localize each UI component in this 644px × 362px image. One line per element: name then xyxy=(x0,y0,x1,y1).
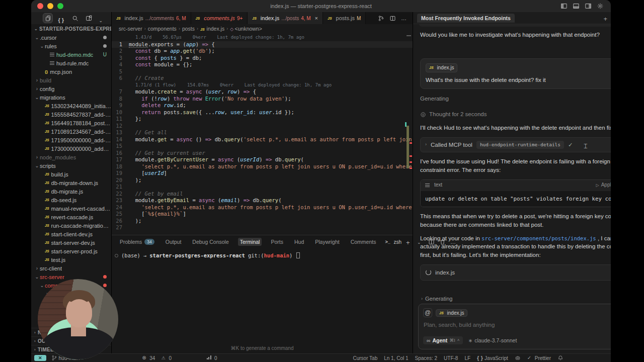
braces-icon[interactable]: { } xyxy=(57,14,66,23)
code-line-23[interactable]: 23 module.getByEmail = async (email) => … xyxy=(112,197,413,204)
status-spaces-2[interactable]: Spaces: 2 xyxy=(415,355,437,361)
status-prettier[interactable]: ✓Prettier xyxy=(527,355,551,361)
tree-item-1555584527837-add-us-[interactable]: JS1555584527837_add-us... xyxy=(31,110,111,119)
tree-item-migrations[interactable]: ⌄migrations xyxy=(31,93,111,102)
code-line-8[interactable]: 8 if (!row) throw new Error('No row data… xyxy=(112,96,413,103)
code-line-15[interactable]: 15 xyxy=(112,143,413,150)
breadcrumb-item[interactable]: posts xyxy=(182,26,195,32)
editor-tab-index-js[interactable]: JSindex.js.../comments6, M xyxy=(112,12,191,24)
panel-tab-hud[interactable]: Hud xyxy=(292,238,306,246)
scrollbar-thumb[interactable] xyxy=(407,126,409,168)
explorer-root[interactable]: ⌄ STARTER-POSTGRES-EXPRES... xyxy=(31,24,111,33)
context-file-chip[interactable]: JSindex.js xyxy=(436,309,467,317)
tree-item-config[interactable]: ›config xyxy=(31,84,111,93)
context-file-chip[interactable]: JSindex.js xyxy=(426,63,457,73)
status-lf[interactable]: LF xyxy=(464,355,470,361)
code-line-18[interactable]: 18 'select p.*, u.email as author from p… xyxy=(112,163,413,170)
tree-item-src-client[interactable]: ›src-client xyxy=(31,264,111,273)
code-line-4[interactable]: 4 const module = {}; xyxy=(112,61,413,68)
more-icon[interactable]: … xyxy=(401,15,408,22)
status-antenna-icon[interactable]: 0 xyxy=(207,355,217,361)
breadcrumb-item[interactable]: src-server xyxy=(119,26,142,32)
panel-tab-ports[interactable]: Ports xyxy=(269,238,285,246)
panel-tab-playwright[interactable]: Playwright xyxy=(313,238,341,246)
code-line-11[interactable]: 11 }; xyxy=(112,116,413,123)
breadcrumb-item[interactable]: ◇ <unknown> xyxy=(230,26,262,32)
code-line-21[interactable]: 21 xyxy=(112,184,413,191)
code-line-26[interactable]: 26 ); xyxy=(112,218,413,225)
code-line-3[interactable]: 3 const { posts } = db; xyxy=(112,55,413,62)
remote-indicator[interactable]: ✕ xyxy=(34,355,46,361)
code-line-17[interactable]: 17 module.getByCurrentUser = async (user… xyxy=(112,156,413,163)
overview-ruler[interactable] xyxy=(406,33,413,235)
status-error-icon[interactable]: ⊗34 xyxy=(142,355,155,361)
status-cursor-tab[interactable]: Cursor Tab xyxy=(353,355,377,361)
tree-item-manual-revert-cascade-js[interactable]: JSmanual-revert-cascade.js xyxy=(31,204,111,213)
hud-codelens[interactable]: 1.43/d 56.67μs 0%err Last deployed chang… xyxy=(112,34,413,41)
tree-item-1730000000000-add-p-[interactable]: JS1730000000000_add_p... xyxy=(31,144,111,153)
chevron-down-icon[interactable]: ⌄ xyxy=(417,239,424,245)
code-line-27[interactable]: 27 xyxy=(112,224,413,231)
code-line-12[interactable]: 12 xyxy=(112,123,413,130)
tree-item-run-cascade-migration-js[interactable]: JSrun-cascade-migration.js xyxy=(31,221,111,230)
status-utf-8[interactable]: UTF-8 xyxy=(444,355,458,361)
code-line-6[interactable]: 6 // Create xyxy=(112,75,413,82)
generating-bar[interactable]: › Generating Stop ⌘⌫ xyxy=(418,294,611,304)
chat-input-placeholder[interactable]: Plan, search, build anything xyxy=(424,322,611,328)
minimize-window-button[interactable] xyxy=(47,3,53,9)
layout-icon[interactable] xyxy=(84,14,93,23)
code-line-25[interactable]: 25 [`%${email}%`] xyxy=(112,211,413,218)
tree-item-db-migrate-js[interactable]: JSdb-migrate.js xyxy=(31,187,111,196)
code-line-10[interactable]: 10 return posts.save({ ...row, user_id: … xyxy=(112,109,413,116)
editor-tab-posts-js[interactable]: JSposts.jsM xyxy=(323,12,366,24)
chevron-down-icon[interactable]: ⌄ xyxy=(98,14,107,23)
tree-item-node-modules[interactable]: ›node_modules xyxy=(31,153,111,161)
code-line-14[interactable]: 14 module.get = async () => db.query('se… xyxy=(112,136,413,143)
file-path-link[interactable]: src-server/components/posts/index.js xyxy=(481,235,596,241)
status-ln-1-col-1[interactable]: Ln 1, Col 1 xyxy=(384,355,408,361)
traffic-lights[interactable] xyxy=(37,3,63,9)
split-icon[interactable] xyxy=(428,239,435,245)
tree-item-mcp-json[interactable]: {}mcp.json xyxy=(31,67,111,76)
tree-item-build[interactable]: ›build xyxy=(31,76,111,84)
status-robot-icon[interactable] xyxy=(515,355,521,361)
split-icon[interactable] xyxy=(389,15,396,22)
more-icon[interactable]: … xyxy=(450,239,457,245)
code-line-1[interactable]: 1module.exports = (app) => { xyxy=(112,41,413,48)
tree-item-start-server-prod-js[interactable]: JSstart-server-prod.js xyxy=(31,247,111,255)
zoom-window-button[interactable] xyxy=(57,3,63,9)
code-line-5[interactable]: 5 xyxy=(112,68,413,75)
panel-tab-terminal[interactable]: Terminal xyxy=(238,238,262,246)
code-line-9[interactable]: 9 delete row.id; xyxy=(112,102,413,109)
hud-codelens[interactable]: 1.71/d (1 flow) 154.07ms 0%err Last depl… xyxy=(112,82,413,89)
breadcrumb-item[interactable]: JSindex.js xyxy=(200,26,224,32)
tree-item-test-js[interactable]: JStest.js xyxy=(31,255,111,264)
breadcrumb[interactable]: src-server›components›posts›JSindex.js›◇… xyxy=(112,24,413,33)
editor-tab-index-js[interactable]: JSindex.js.../posts4, M× xyxy=(248,12,323,24)
search-icon[interactable] xyxy=(70,14,79,23)
tree-item-db-seed-js[interactable]: JSdb-seed.js xyxy=(31,196,111,204)
tree-item-scripts[interactable]: ⌄scripts xyxy=(31,161,111,170)
tree-item-hud-rule-mdc[interactable]: hud-rule.mdc xyxy=(31,59,111,67)
editor-tab-comments-js[interactable]: JScomments.js9+ xyxy=(191,12,248,24)
thought-summary[interactable]: Thought for 2 seconds xyxy=(420,110,611,119)
mode-selector[interactable]: ∞Agent ⌘I ˄ xyxy=(423,336,463,344)
close-tab-icon[interactable]: × xyxy=(315,15,318,21)
code-editor[interactable]: 1.43/d 56.67μs 0%err Last deployed chang… xyxy=(112,33,413,235)
chat-tab[interactable]: Most Frequently Invoked Endpoints xyxy=(417,14,515,23)
tree-item--cursor[interactable]: ⌄.cursor xyxy=(31,33,111,42)
tree-item-rules[interactable]: ⌄rules xyxy=(31,42,111,50)
code-line-16[interactable]: 16 // Get by current user xyxy=(112,150,413,157)
code-line-7[interactable]: 7 module.create = async (user, row) => { xyxy=(112,88,413,96)
terminal[interactable]: (base) → starter-postgres-express-react … xyxy=(112,248,413,353)
editing-file-card[interactable]: index.js xyxy=(420,264,611,281)
tree-item-revert-cascade-js[interactable]: JSrevert-cascade.js xyxy=(31,213,111,221)
status-bell-icon[interactable] xyxy=(557,355,564,361)
code-line-19[interactable]: 19 [userId] xyxy=(112,170,413,177)
tree-item-build-js[interactable]: JSbuild.js xyxy=(31,170,111,178)
status-javascript[interactable]: { }JavaScript xyxy=(477,355,508,361)
tree-item-1564491788184-posts-[interactable]: JS1564491788184_posts-... xyxy=(31,119,111,127)
apply-button[interactable]: ▷Apply to index.js xyxy=(596,182,611,189)
close-window-button[interactable] xyxy=(37,3,43,9)
tree-item-1719500000000-add-c-[interactable]: JS1719500000000_add-c... xyxy=(31,136,111,144)
